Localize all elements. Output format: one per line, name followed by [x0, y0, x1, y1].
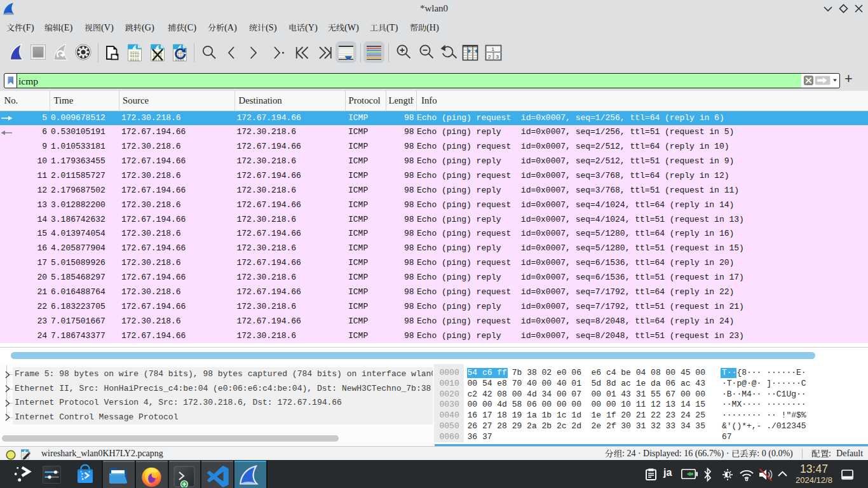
svg-text:1: 1 — [492, 46, 495, 52]
svg-text:2: 2 — [488, 54, 491, 60]
svg-text:3: 3 — [496, 54, 499, 60]
svg-text:0111: 0111 — [130, 58, 140, 62]
